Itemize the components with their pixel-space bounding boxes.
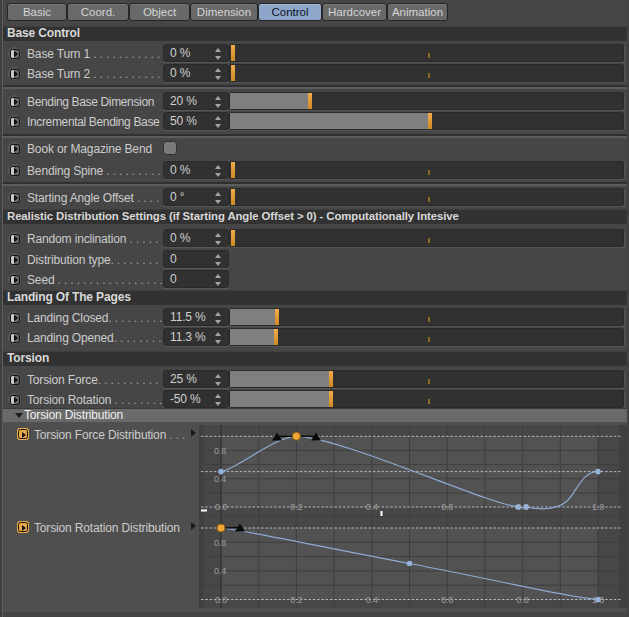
- svg-text:0.6: 0.6: [441, 595, 453, 605]
- svg-text:0.4: 0.4: [214, 474, 226, 484]
- svg-text:0.8: 0.8: [214, 446, 226, 456]
- svg-text:0.0: 0.0: [215, 595, 227, 605]
- svg-text:0.2: 0.2: [290, 502, 302, 512]
- svg-text:0.4: 0.4: [366, 595, 378, 605]
- svg-text:1.0: 1.0: [592, 502, 604, 512]
- svg-text:0.4: 0.4: [214, 566, 226, 576]
- svg-text:0.2: 0.2: [290, 595, 302, 605]
- svg-text:0.4: 0.4: [366, 502, 378, 512]
- svg-text:0.8: 0.8: [214, 538, 226, 548]
- svg-text:0.6: 0.6: [441, 502, 453, 512]
- svg-text:0.0: 0.0: [215, 502, 227, 512]
- svg-text:0.8: 0.8: [517, 595, 529, 605]
